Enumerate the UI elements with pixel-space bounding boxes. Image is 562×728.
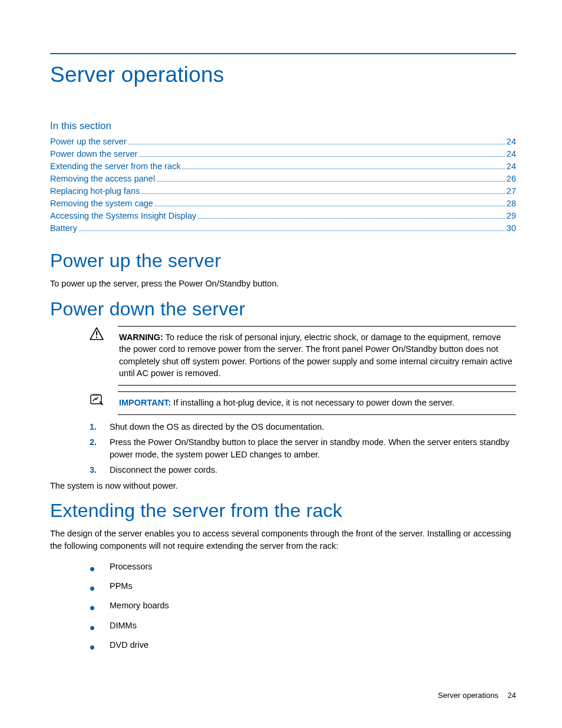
toc-title: Power down the server xyxy=(50,148,137,160)
toc-title: Accessing the Systems Insight Display xyxy=(50,210,196,222)
bullet-text: Memory boards xyxy=(110,599,516,612)
toc-page: 26 xyxy=(507,173,516,185)
warning-icon xyxy=(90,326,118,340)
important-icon xyxy=(90,391,118,406)
toc-page: 30 xyxy=(507,222,516,235)
toc-entry[interactable]: Extending the server from the rack 24 xyxy=(50,160,516,173)
page-footer: Server operations 24 xyxy=(438,691,516,700)
important-body: IMPORTANT: If installing a hot-plug devi… xyxy=(118,391,516,415)
important-text: If installing a hot-plug device, it is n… xyxy=(171,398,454,407)
bullet-text: DIMMs xyxy=(110,620,516,632)
toc-leader xyxy=(139,156,505,157)
toc-title: Removing the system cage xyxy=(50,197,153,210)
power-down-closing: The system is now without power. xyxy=(50,480,516,492)
toc-title: Battery xyxy=(50,222,77,235)
toc-entry[interactable]: Power down the server 24 xyxy=(50,148,516,160)
toc-page: 29 xyxy=(507,210,516,222)
step-number: 3. xyxy=(90,464,110,476)
toc-leader xyxy=(155,206,505,206)
heading-power-up: Power up the server xyxy=(50,250,516,272)
list-item: •PPMs xyxy=(90,580,516,592)
step-item: 2. Press the Power On/Standby button to … xyxy=(90,436,516,460)
svg-rect-2 xyxy=(96,337,97,338)
toc-page: 24 xyxy=(507,160,516,173)
step-text: Shut down the OS as directed by the OS d… xyxy=(110,421,516,433)
power-up-text: To power up the server, press the Power … xyxy=(50,278,516,290)
toc-entry[interactable]: Battery 30 xyxy=(50,222,516,235)
heading-power-down: Power down the server xyxy=(50,298,516,320)
list-item: •DVD drive xyxy=(90,639,516,651)
toc-title: Replacing hot-plug fans xyxy=(50,185,140,197)
toc-title: Removing the access panel xyxy=(50,173,155,185)
footer-section: Server operations xyxy=(438,691,498,700)
extending-bullets: •Processors •PPMs •Memory boards •DIMMs … xyxy=(90,561,516,651)
extending-intro: The design of the server enables you to … xyxy=(50,528,516,552)
toc-entry[interactable]: Removing the access panel 26 xyxy=(50,173,516,185)
toc-page: 24 xyxy=(507,136,516,148)
toc-leader xyxy=(157,181,505,182)
bullet-text: DVD drive xyxy=(110,639,516,651)
toc-page: 28 xyxy=(507,197,516,210)
toc-title: Extending the server from the rack xyxy=(50,160,181,173)
warning-block: WARNING: To reduce the risk of personal … xyxy=(90,326,516,415)
warning-body: WARNING: To reduce the risk of personal … xyxy=(118,326,516,386)
bullet-icon: • xyxy=(90,599,110,612)
in-this-section-label: In this section xyxy=(50,120,516,132)
bullet-icon: • xyxy=(90,580,110,592)
toc-entry[interactable]: Removing the system cage 28 xyxy=(50,197,516,210)
svg-rect-1 xyxy=(96,331,97,335)
bullet-text: Processors xyxy=(110,561,516,573)
step-item: 1. Shut down the OS as directed by the O… xyxy=(90,421,516,433)
step-item: 3. Disconnect the power cords. xyxy=(90,464,516,476)
power-down-steps: 1. Shut down the OS as directed by the O… xyxy=(90,421,516,476)
toc-leader xyxy=(183,169,505,169)
step-text: Disconnect the power cords. xyxy=(110,464,516,476)
step-number: 1. xyxy=(90,421,110,433)
toc-leader xyxy=(198,218,505,219)
table-of-contents: Power up the server 24 Power down the se… xyxy=(50,136,516,235)
chapter-title: Server operations xyxy=(50,62,516,87)
important-label: IMPORTANT: xyxy=(119,398,171,407)
toc-leader xyxy=(141,193,505,194)
toc-page: 27 xyxy=(507,185,516,197)
warning-text: To reduce the risk of personal injury, e… xyxy=(119,332,513,378)
list-item: •Memory boards xyxy=(90,599,516,612)
top-rule xyxy=(50,53,516,54)
toc-leader xyxy=(79,230,505,231)
list-item: •Processors xyxy=(90,561,516,573)
toc-title: Power up the server xyxy=(50,136,127,148)
toc-page: 24 xyxy=(507,148,516,160)
toc-entry[interactable]: Accessing the Systems Insight Display 29 xyxy=(50,210,516,222)
toc-entry[interactable]: Power up the server 24 xyxy=(50,136,516,148)
bullet-icon: • xyxy=(90,561,110,573)
bullet-text: PPMs xyxy=(110,580,516,592)
bullet-icon: • xyxy=(90,620,110,632)
toc-entry[interactable]: Replacing hot-plug fans 27 xyxy=(50,185,516,197)
footer-page-number: 24 xyxy=(508,691,516,700)
warning-label: WARNING: xyxy=(119,332,163,342)
list-item: •DIMMs xyxy=(90,620,516,632)
bullet-icon: • xyxy=(90,639,110,651)
heading-extending: Extending the server from the rack xyxy=(50,500,516,522)
toc-leader xyxy=(128,144,505,144)
page: Server operations In this section Power … xyxy=(0,0,562,728)
step-text: Press the Power On/Standby button to pla… xyxy=(110,436,516,460)
step-number: 2. xyxy=(90,436,110,449)
